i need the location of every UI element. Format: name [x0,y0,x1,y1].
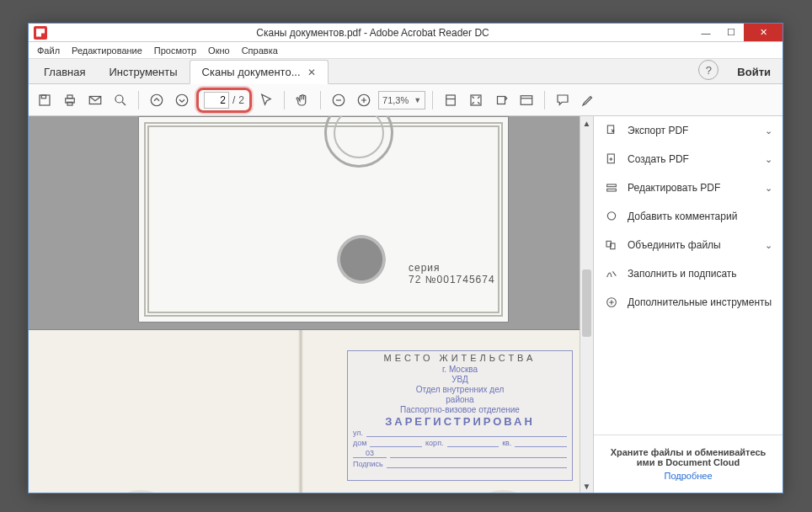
page-up-icon[interactable] [146,89,168,111]
page-watermark-left: 4 [104,490,177,493]
chevron-down-icon: ⌄ [765,154,772,165]
svg-rect-18 [607,189,617,191]
sidebar-item-more[interactable]: Дополнительные инструменты [594,288,783,317]
zoom-value: 71,3% [382,95,409,105]
zoom-level[interactable]: 71,3% ▼ [378,91,425,109]
tab-close-icon[interactable]: ✕ [307,67,316,78]
scroll-up-icon[interactable]: ▲ [580,116,593,130]
sidebar-item-edit[interactable]: Редактировать PDF ⌄ [594,173,783,202]
pointer-icon[interactable] [255,89,277,111]
scroll-thumb[interactable] [582,269,591,337]
plus-circle-icon [604,295,619,310]
svg-rect-1 [41,95,45,99]
edit-pdf-icon [604,180,619,195]
scroll-down-icon[interactable]: ▼ [580,479,593,493]
chevron-down-icon: ⌄ [765,183,772,194]
menu-edit[interactable]: Редактирование [67,44,147,57]
tab-document-label: Сканы документо... [202,66,301,78]
current-page-input[interactable] [204,92,229,109]
sidebar-label: Экспорт PDF [628,125,688,136]
tab-home[interactable]: Главная [32,61,97,83]
titlebar: Сканы документов.pdf - Adobe Acrobat Rea… [29,24,783,42]
hand-icon[interactable] [291,89,313,111]
sidebar-label: Создать PDF [628,153,689,165]
tools-pane: Экспорт PDF ⌄ Создать PDF ⌄ Редактироват… [593,116,783,493]
svg-rect-15 [607,125,613,133]
minimize-button[interactable]: — [693,24,719,41]
fit-width-icon[interactable] [440,89,462,111]
export-pdf-icon [604,123,619,138]
round-seal-icon [324,116,393,168]
save-icon[interactable] [34,89,56,111]
zoom-out-icon[interactable] [328,89,350,111]
sidebar-label: Добавить комментарий [628,211,737,222]
sidebar-item-comment[interactable]: Добавить комментарий [594,202,783,231]
cloud-promo-text: Храните файлы и обменивайтесь ими в Docu… [601,447,776,467]
embossed-seal-icon [337,235,386,284]
svg-rect-3 [67,95,72,99]
document-page-top: серия 72 №001745674 [138,116,509,323]
svg-point-8 [176,94,188,106]
chevron-down-icon: ▼ [414,96,421,104]
close-button[interactable]: ✕ [744,24,783,41]
book-spine [298,330,303,493]
create-pdf-icon [604,152,619,167]
search-icon[interactable] [110,89,131,111]
window-title: Сканы документов.pdf - Adobe Acrobat Rea… [52,27,693,39]
vertical-scrollbar[interactable]: ▲ ▼ [580,116,593,493]
zoom-in-icon[interactable] [353,89,375,111]
page-sep: / [232,94,235,106]
help-button[interactable]: ? [698,60,719,80]
mail-icon[interactable] [84,89,106,111]
sidebar-item-combine[interactable]: Объединить файлы ⌄ [594,231,783,259]
maximize-button[interactable]: ☐ [719,24,744,41]
sidebar-item-export[interactable]: Экспорт PDF ⌄ [594,116,783,145]
sidebar-label: Редактировать PDF [628,182,720,194]
svg-rect-13 [498,96,505,104]
sidebar-label: Заполнить и подписать [628,268,737,280]
menu-window[interactable]: Окно [203,44,235,57]
registration-stamp: МЕСТО ЖИТЕЛЬСТВА г. Москва УВД Отдел вну… [347,350,573,481]
svg-rect-11 [446,95,456,105]
menu-help[interactable]: Справка [237,44,283,57]
tab-strip: Главная Инструменты Сканы документо... ✕… [29,59,783,84]
svg-rect-17 [607,184,617,187]
scroll-track[interactable] [580,130,593,479]
serial-number: серия 72 №001745674 [409,262,508,285]
sidebar-label: Объединить файлы [628,239,721,251]
cloud-promo-link[interactable]: Подробнее [601,471,776,481]
cloud-promo: Храните файлы и обменивайтесь ими в Docu… [594,435,783,493]
login-button[interactable]: Войти [725,61,783,83]
chevron-down-icon: ⌄ [765,240,772,251]
page-watermark-right: 5 [467,490,539,493]
document-page-bottom: 4 5 МЕСТО ЖИТЕЛЬСТВА г. Москва УВД Отдел… [29,329,580,493]
tab-tools[interactable]: Инструменты [97,61,189,83]
sign-icon [604,266,619,281]
print-icon[interactable] [59,89,81,111]
window-buttons: — ☐ ✕ [693,24,783,41]
sidebar-label: Дополнительные инструменты [628,296,772,308]
svg-rect-14 [521,95,532,104]
sidebar-item-sign[interactable]: Заполнить и подписать [594,259,783,288]
svg-point-6 [115,95,123,103]
rotate-icon[interactable] [490,89,512,111]
svg-rect-4 [67,102,72,105]
comment-icon[interactable] [552,89,574,111]
read-mode-icon[interactable] [516,89,537,111]
menu-file[interactable]: Файл [32,44,65,57]
fit-page-icon[interactable] [465,89,487,111]
app-icon [34,26,47,40]
tab-document[interactable]: Сканы документо... ✕ [190,60,329,84]
highlight-icon[interactable] [577,89,599,111]
toolbar: / 2 71,3% ▼ [29,84,783,116]
menu-view[interactable]: Просмотр [149,44,201,57]
sidebar-item-create[interactable]: Создать PDF ⌄ [594,145,783,173]
document-viewer[interactable]: серия 72 №001745674 4 5 МЕСТО ЖИТЕЛЬСТВА… [29,116,580,493]
content-area: серия 72 №001745674 4 5 МЕСТО ЖИТЕЛЬСТВА… [29,116,783,493]
svg-point-7 [151,94,163,106]
page-down-icon[interactable] [171,89,193,111]
chevron-down-icon: ⌄ [765,125,772,136]
menubar: Файл Редактирование Просмотр Окно Справк… [29,42,783,59]
svg-point-19 [607,212,615,220]
total-pages: 2 [238,94,244,106]
